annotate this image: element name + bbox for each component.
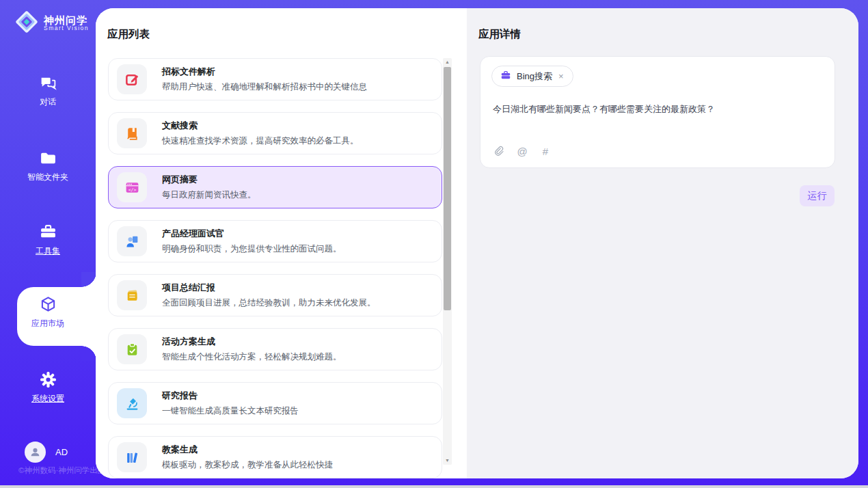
scroll-up-arrow-icon[interactable]: ▲ xyxy=(443,58,452,66)
sidebar-item-3[interactable]: 工具集 xyxy=(0,223,96,257)
app-card-title: 网页摘要 xyxy=(162,174,256,186)
app-card-description: 智能生成个性化活动方案，轻松解决规划难题。 xyxy=(162,351,342,363)
app-card-description: 明确身份和职责，为您提供专业性的面试问题。 xyxy=(162,243,342,255)
app-card[interactable]: 研究报告一键智能生成高质量长文本研究报告 xyxy=(108,382,442,424)
brand-subtitle: Smart Vision xyxy=(44,25,89,31)
scrollbar-thumb[interactable] xyxy=(444,67,451,310)
brand-logo: 神州问学 Smart Vision xyxy=(14,9,89,38)
folder-icon xyxy=(39,149,57,167)
prompt-card: Bing搜索 × 今日湖北有哪些新闻要点？有哪些需要关注的最新政策？ @# xyxy=(480,56,835,168)
sidebar-item-2[interactable]: 智能文件夹 xyxy=(0,149,96,183)
app-card-title: 活动方案生成 xyxy=(162,336,342,348)
content-shell: 应用列表 招标文件解析帮助用户快速、准确地理解和解析招标书中的关键信息文献搜索快… xyxy=(96,8,858,478)
app-card-title: 文献搜索 xyxy=(162,120,359,132)
at-icon[interactable]: @ xyxy=(516,145,528,157)
app-card-title: 教案生成 xyxy=(162,444,333,456)
brand-name: 神州问学 xyxy=(44,15,89,26)
avatar[interactable] xyxy=(25,442,46,463)
app-card-description: 全面回顾项目进展，总结经验教训，助力未来优化发展。 xyxy=(162,297,376,309)
app-card-title: 产品经理面试官 xyxy=(162,228,342,240)
diamond-logo-icon xyxy=(14,9,40,38)
app-card[interactable]: 项目总结汇报全面回顾项目进展，总结经验教训，助力未来优化发展。 xyxy=(108,274,442,316)
app-detail-title: 应用详情 xyxy=(478,27,521,42)
scroll-down-arrow-icon[interactable]: ▼ xyxy=(443,457,452,465)
user-initials: AD xyxy=(55,447,68,457)
pen-square-icon xyxy=(117,64,147,94)
app-list-title: 应用列表 xyxy=(107,27,150,42)
cube-icon xyxy=(39,295,57,314)
app-card[interactable]: 活动方案生成智能生成个性化活动方案，轻松解决规划难题。 xyxy=(108,328,442,370)
chat-icon xyxy=(39,74,57,92)
sidebar-item-label: 智能文件夹 xyxy=(27,172,68,183)
books-icon xyxy=(117,442,147,472)
toolbox-icon xyxy=(39,223,57,241)
svg-text:</>: </> xyxy=(128,187,136,192)
documents-icon xyxy=(117,280,147,310)
tool-tag-bing-search[interactable]: Bing搜索 × xyxy=(491,66,573,87)
prompt-input[interactable]: 今日湖北有哪些新闻要点？有哪些需要关注的最新政策？ xyxy=(493,103,824,116)
clipboard-check-icon xyxy=(117,334,147,364)
user-row[interactable]: AD xyxy=(25,442,68,463)
sidebar-item-4[interactable]: 应用市场 xyxy=(0,295,96,329)
app-card-description: 帮助用户快速、准确地理解和解析招标书中的关键信息 xyxy=(162,81,367,93)
app-list-panel: 应用列表 招标文件解析帮助用户快速、准确地理解和解析招标书中的关键信息文献搜索快… xyxy=(96,8,467,478)
close-icon[interactable]: × xyxy=(558,71,565,81)
sidebar-item-label: 工具集 xyxy=(36,245,60,257)
app-card[interactable]: 产品经理面试官明确身份和职责，为您提供专业性的面试问题。 xyxy=(108,220,442,262)
tool-tag-label: Bing搜索 xyxy=(517,70,552,83)
sidebar-item-5[interactable]: 系统设置 xyxy=(0,370,96,405)
book-icon xyxy=(117,118,147,148)
sidebar-item-label: 应用市场 xyxy=(31,318,64,329)
bottom-strip xyxy=(0,485,868,488)
app-card-title: 招标文件解析 xyxy=(162,66,367,78)
browser-code-icon: </> xyxy=(117,172,147,202)
sidebar-item-1[interactable]: 对话 xyxy=(0,74,96,108)
hash-icon[interactable]: # xyxy=(539,145,552,157)
app-detail-panel: 应用详情 Bing搜索 × 今日湖北有哪些新闻要点？有哪些需要关注的最新政策？ … xyxy=(467,8,858,478)
app-card[interactable]: 文献搜索快速精准查找学术资源，提高研究效率的必备工具。 xyxy=(108,112,442,154)
run-button[interactable]: 运行 xyxy=(800,185,835,206)
interviewer-icon xyxy=(117,226,147,256)
person-icon xyxy=(29,446,42,459)
app-card-title: 研究报告 xyxy=(162,390,299,402)
briefcase-icon xyxy=(500,70,511,83)
app-card-description: 一键智能生成高质量长文本研究报告 xyxy=(162,405,299,417)
app-card-description: 每日政府新闻资讯快查。 xyxy=(162,189,256,201)
app-card[interactable]: 招标文件解析帮助用户快速、准确地理解和解析招标书中的关键信息 xyxy=(108,58,442,100)
app-card-description: 模板驱动，教案秒成，教学准备从此轻松快捷 xyxy=(162,459,333,471)
sidebar-item-label: 对话 xyxy=(40,96,56,108)
app-card[interactable]: 教案生成模板驱动，教案秒成，教学准备从此轻松快捷 xyxy=(108,436,442,478)
paperclip-icon[interactable] xyxy=(493,145,505,157)
microscope-icon xyxy=(117,388,147,418)
sidebar: 神州问学 Smart Vision 对话智能文件夹工具集应用市场系统设置 AD … xyxy=(0,0,96,488)
list-scrollbar[interactable]: ▲ ▼ xyxy=(443,58,452,465)
copyright-text: ©神州数码·神州问学出品 xyxy=(18,465,105,476)
app-card[interactable]: </>网页摘要每日政府新闻资讯快查。 xyxy=(108,166,442,208)
gear-icon xyxy=(39,370,57,389)
sidebar-item-label: 系统设置 xyxy=(31,393,64,405)
app-card-title: 项目总结汇报 xyxy=(162,282,376,294)
app-card-description: 快速精准查找学术资源，提高研究效率的必备工具。 xyxy=(162,135,359,147)
